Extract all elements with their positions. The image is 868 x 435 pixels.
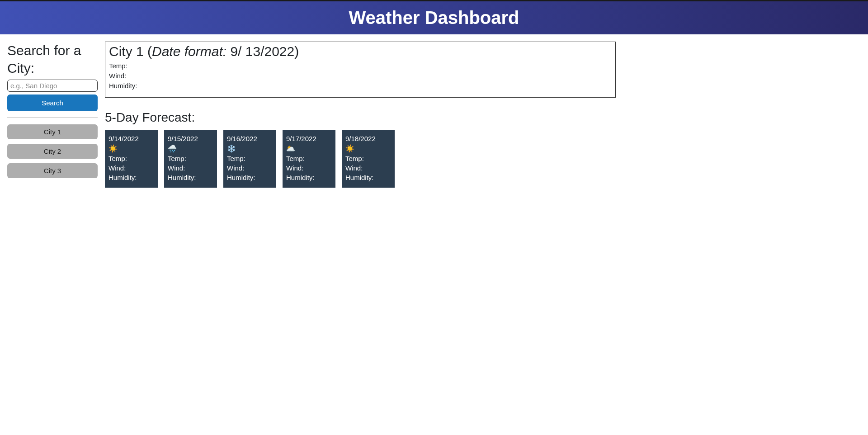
forecast-card: 9/16/2022 ❄️ Temp: Wind: Humidity: (223, 130, 276, 188)
history-city-button[interactable]: City 1 (7, 124, 98, 139)
current-weather-panel: City 1 (Date format: 9/ 13/2022) Temp: W… (105, 42, 616, 98)
forecast-card: 9/17/2022 🌥️ Temp: Wind: Humidity: (283, 130, 335, 188)
forecast-card: 9/18/2022 ☀️ Temp: Wind: Humidity: (342, 130, 395, 188)
search-heading: Search for a City: (7, 42, 98, 77)
search-history: City 1 City 2 City 3 (7, 124, 98, 178)
city-search-input[interactable] (7, 80, 98, 92)
main-container: Search for a City: Search City 1 City 2 … (0, 34, 868, 195)
app-title: Weather Dashboard (0, 8, 868, 28)
forecast-card: 9/14/2022 ☀️ Temp: Wind: Humidity: (105, 130, 158, 188)
rain-icon: 🌧️ (168, 144, 213, 153)
forecast-wind: Wind: (168, 164, 213, 172)
forecast-wind: Wind: (227, 164, 273, 172)
forecast-date: 9/14/2022 (108, 135, 154, 142)
history-city-button[interactable]: City 2 (7, 144, 98, 159)
sun-icon: ☀️ (108, 144, 154, 153)
search-section: Search for a City: Search (7, 42, 98, 118)
forecast-humidity: Humidity: (227, 174, 273, 181)
forecast-temp: Temp: (168, 155, 213, 162)
history-city-button[interactable]: City 3 (7, 163, 98, 178)
forecast-card: 9/15/2022 🌧️ Temp: Wind: Humidity: (164, 130, 217, 188)
current-temp: Temp: (109, 62, 612, 70)
forecast-wind: Wind: (345, 164, 391, 172)
forecast-temp: Temp: (345, 155, 391, 162)
forecast-humidity: Humidity: (286, 174, 332, 181)
snow-icon: ❄️ (227, 144, 273, 153)
forecast-date: 9/16/2022 (227, 135, 273, 142)
forecast-row: 9/14/2022 ☀️ Temp: Wind: Humidity: 9/15/… (105, 130, 616, 188)
forecast-date: 9/17/2022 (286, 135, 332, 142)
forecast-date: 9/18/2022 (345, 135, 391, 142)
cloud-icon: 🌥️ (286, 144, 332, 153)
forecast-humidity: Humidity: (108, 174, 154, 181)
current-date: 9/ 13/2022 (230, 44, 294, 59)
forecast-wind: Wind: (286, 164, 332, 172)
current-wind: Wind: (109, 72, 612, 80)
forecast-temp: Temp: (286, 155, 332, 162)
forecast-wind: Wind: (108, 164, 154, 172)
app-header: Weather Dashboard (0, 0, 868, 34)
forecast-temp: Temp: (108, 155, 154, 162)
date-format-label: Date format: (152, 44, 226, 59)
sun-icon: ☀️ (345, 144, 391, 153)
current-city-name: City 1 (109, 44, 144, 59)
forecast-humidity: Humidity: (345, 174, 391, 181)
main-content: City 1 (Date format: 9/ 13/2022) Temp: W… (105, 42, 616, 188)
current-city-heading: City 1 (Date format: 9/ 13/2022) (109, 44, 612, 59)
forecast-temp: Temp: (227, 155, 273, 162)
forecast-date: 9/15/2022 (168, 135, 213, 142)
sidebar: Search for a City: Search City 1 City 2 … (7, 42, 98, 183)
forecast-humidity: Humidity: (168, 174, 213, 181)
sidebar-divider (7, 118, 98, 118)
current-humidity: Humidity: (109, 82, 612, 90)
search-button[interactable]: Search (7, 95, 98, 111)
forecast-heading: 5-Day Forecast: (105, 110, 616, 125)
